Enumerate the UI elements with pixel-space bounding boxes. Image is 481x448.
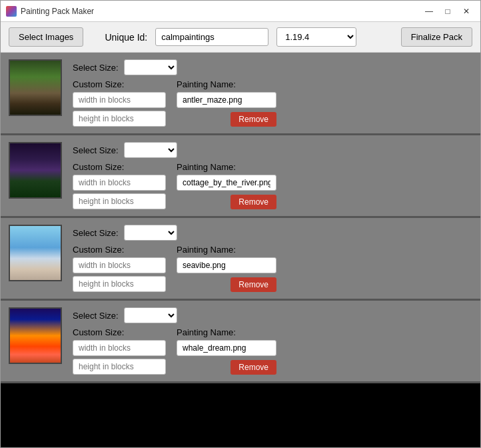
painting-controls: Select Size: Custom Size: Painting Name: — [73, 307, 472, 375]
painting-controls: Select Size: Custom Size: Painting Name: — [73, 59, 472, 127]
unique-id-label: Unique Id: — [105, 32, 147, 43]
custom-size-label: Custom Size: — [73, 162, 166, 172]
painting-name-group: Painting Name: Remove — [177, 245, 276, 292]
painting-name-input[interactable] — [177, 257, 276, 273]
select-size-row: Select Size: — [73, 59, 472, 75]
paintings-list: Select Size: Custom Size: Painting Name: — [1, 53, 480, 447]
custom-size-group: Custom Size: — [73, 245, 166, 292]
select-size-row: Select Size: — [73, 307, 472, 323]
painting-name-group: Painting Name: Remove — [177, 79, 276, 127]
size-select[interactable] — [124, 142, 177, 158]
width-input[interactable] — [73, 175, 166, 191]
size-select[interactable] — [124, 225, 177, 241]
select-size-row: Select Size: — [73, 142, 472, 158]
size-select[interactable] — [124, 59, 177, 75]
painting-thumbnail — [9, 59, 62, 116]
main-window: Painting Pack Maker — □ ✕ Select Images … — [0, 0, 481, 448]
painting-controls: Select Size: Custom Size: Painting Name: — [73, 225, 472, 292]
painting-image — [10, 226, 61, 280]
remove-button[interactable]: Remove — [231, 195, 276, 209]
remove-button[interactable]: Remove — [231, 112, 276, 127]
height-input[interactable] — [73, 193, 166, 209]
select-size-label: Select Size: — [73, 228, 119, 238]
painting-name-input[interactable] — [177, 175, 276, 191]
painting-thumbnail — [9, 307, 62, 364]
fields-row: Custom Size: Painting Name: Remove — [73, 327, 472, 375]
finalize-pack-button[interactable]: Finalize Pack — [401, 27, 472, 47]
bottom-area — [1, 383, 480, 447]
version-select[interactable]: 1.19.4 1.20 1.18 — [276, 27, 356, 47]
height-input[interactable] — [73, 276, 166, 292]
painting-row: Select Size: Custom Size: Painting Name: — [1, 135, 480, 218]
maximize-button[interactable]: □ — [439, 5, 456, 18]
minimize-button[interactable]: — — [420, 5, 438, 18]
painting-controls: Select Size: Custom Size: Painting Name: — [73, 142, 472, 209]
painting-name-group: Painting Name: Remove — [177, 327, 276, 375]
painting-name-group: Painting Name: Remove — [177, 162, 276, 209]
select-size-row: Select Size: — [73, 225, 472, 241]
title-bar: Painting Pack Maker — □ ✕ — [1, 1, 480, 22]
painting-row: Select Size: Custom Size: Painting Name: — [1, 218, 480, 301]
painting-name-label: Painting Name: — [177, 162, 276, 172]
painting-name-input[interactable] — [177, 92, 276, 108]
height-input[interactable] — [73, 111, 166, 127]
painting-name-label: Painting Name: — [177, 79, 276, 89]
painting-image — [10, 309, 61, 363]
custom-size-label: Custom Size: — [73, 79, 166, 89]
painting-name-label: Painting Name: — [177, 327, 276, 337]
fields-row: Custom Size: Painting Name: Remove — [73, 162, 472, 209]
width-input[interactable] — [73, 257, 166, 273]
fields-row: Custom Size: Painting Name: Remove — [73, 79, 472, 127]
close-button[interactable]: ✕ — [458, 5, 475, 18]
custom-size-label: Custom Size: — [73, 245, 166, 255]
remove-button[interactable]: Remove — [231, 360, 276, 375]
toolbar: Select Images Unique Id: 1.19.4 1.20 1.1… — [1, 22, 480, 53]
fields-row: Custom Size: Painting Name: Remove — [73, 245, 472, 292]
painting-thumbnail — [9, 225, 62, 281]
painting-image — [10, 61, 61, 115]
custom-size-group: Custom Size: — [73, 162, 166, 209]
unique-id-input[interactable] — [155, 28, 268, 46]
size-select[interactable] — [124, 307, 177, 323]
select-images-button[interactable]: Select Images — [9, 27, 83, 47]
window-title: Painting Pack Maker — [21, 7, 420, 16]
custom-size-group: Custom Size: — [73, 327, 166, 375]
height-input[interactable] — [73, 359, 166, 375]
custom-size-group: Custom Size: — [73, 79, 166, 127]
width-input[interactable] — [73, 340, 166, 356]
custom-size-label: Custom Size: — [73, 327, 166, 337]
width-input[interactable] — [73, 92, 166, 108]
painting-row: Select Size: Custom Size: Painting Name: — [1, 301, 480, 383]
select-size-label: Select Size: — [73, 145, 119, 155]
painting-row: Select Size: Custom Size: Painting Name: — [1, 53, 480, 135]
app-icon — [6, 6, 17, 17]
remove-button[interactable]: Remove — [231, 277, 276, 292]
window-controls: — □ ✕ — [420, 5, 475, 18]
painting-thumbnail — [9, 142, 62, 199]
painting-name-input[interactable] — [177, 340, 276, 356]
select-size-label: Select Size: — [73, 311, 119, 321]
select-size-label: Select Size: — [73, 63, 119, 73]
painting-image — [10, 143, 61, 197]
painting-name-label: Painting Name: — [177, 245, 276, 255]
